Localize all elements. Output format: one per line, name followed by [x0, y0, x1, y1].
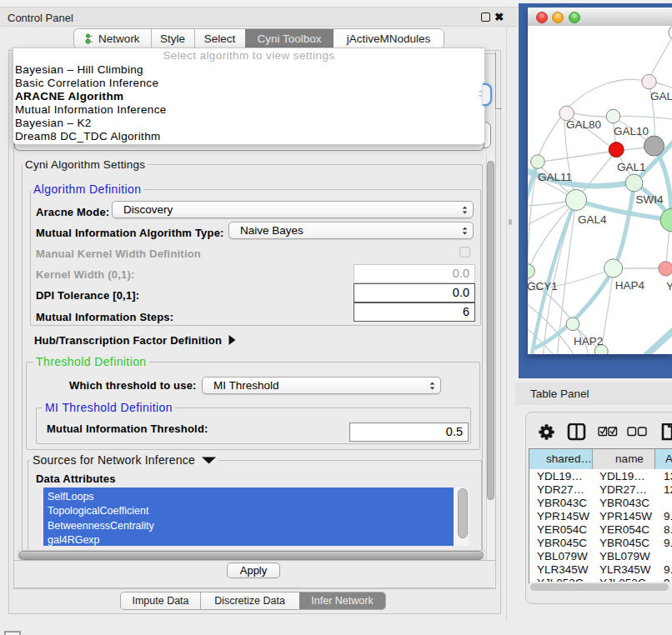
svg-text:GAL7: GAL7 [650, 90, 672, 102]
svg-text:GAL11: GAL11 [538, 171, 572, 183]
svg-text:GAL4: GAL4 [578, 213, 607, 226]
svg-text:HAP2: HAP2 [574, 335, 603, 348]
svg-text:GAL1: GAL1 [617, 161, 646, 173]
svg-text:GAL80: GAL80 [566, 118, 601, 131]
svg-text:GAL10: GAL10 [614, 125, 649, 138]
svg-text:SWI4: SWI4 [636, 193, 664, 206]
svg-text:HAP4: HAP4 [615, 279, 645, 292]
svg-text:GCY1: GCY1 [528, 280, 558, 292]
svg-text:YM: YM [666, 280, 672, 292]
